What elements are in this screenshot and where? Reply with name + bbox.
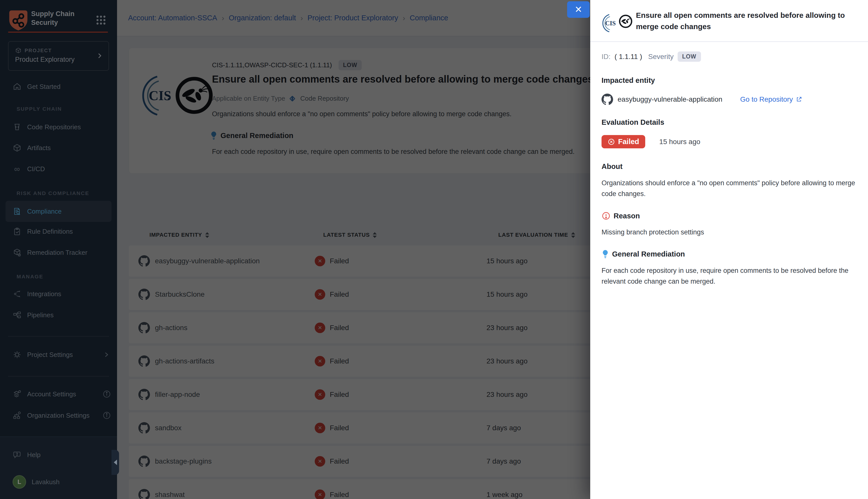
go-to-repository-label: Go to Repository bbox=[740, 95, 793, 104]
status-label: Failed bbox=[330, 357, 349, 365]
sidebar-item-artifacts[interactable]: Artifacts bbox=[13, 140, 111, 155]
layers-gear-icon bbox=[13, 390, 22, 399]
sidebar-item-label: Rule Definitions bbox=[27, 228, 73, 235]
sidebar-item-label: Pipelines bbox=[27, 311, 54, 319]
evaluation-time: 1 week ago bbox=[486, 491, 522, 499]
chevron-right-icon bbox=[102, 350, 111, 359]
project-name: Product Exploratory bbox=[15, 56, 75, 63]
applicable-label: Applicable on Entity Type bbox=[212, 95, 285, 102]
sidebar-item-rule-definitions[interactable]: Rule Definitions bbox=[13, 224, 111, 239]
sidebar-item-project-settings[interactable]: Project Settings bbox=[13, 347, 111, 362]
breadcrumb-separator: › bbox=[300, 14, 303, 22]
evaluation-details-heading: Evaluation Details bbox=[602, 118, 858, 126]
sidebar-item-account-settings[interactable]: Account Settings bbox=[13, 387, 111, 402]
close-button[interactable]: ✕ bbox=[567, 1, 590, 18]
column-impacted-entity[interactable]: IMPACTED ENTITY bbox=[149, 227, 209, 243]
rule-detail-drawer: ✕ CIS Ensure all open comm bbox=[590, 0, 868, 499]
sidebar-item-pipelines[interactable]: Pipelines bbox=[13, 307, 111, 322]
evaluation-time: 23 hours ago bbox=[486, 357, 528, 365]
sidebar-divider bbox=[8, 336, 109, 337]
project-selector[interactable]: PROJECT Product Exploratory bbox=[8, 41, 109, 71]
github-icon bbox=[138, 389, 150, 400]
rule-description: Organizations should enforce a "no open … bbox=[212, 110, 511, 118]
sidebar-item-cicd[interactable]: ∞ CI/CD bbox=[13, 161, 111, 177]
status-label: Failed bbox=[330, 391, 349, 399]
breadcrumb-account[interactable]: Account: Automation-SSCA bbox=[128, 14, 217, 22]
sort-icon bbox=[205, 232, 209, 238]
sidebar-item-label: Organization Settings bbox=[27, 412, 90, 419]
failed-status-icon: ✕ bbox=[315, 289, 325, 300]
project-cube-icon bbox=[15, 47, 22, 54]
app-root: Account: Automation-SSCA › Organization:… bbox=[0, 0, 868, 499]
document-search-icon bbox=[13, 207, 22, 216]
github-icon bbox=[602, 94, 613, 105]
entity-name: gh-actions-artifacts bbox=[155, 357, 215, 365]
sidebar-item-help[interactable]: Help bbox=[13, 447, 111, 462]
app-title: Supply Chain Security bbox=[31, 10, 89, 27]
cis-logo-icon: CIS bbox=[601, 12, 616, 30]
severity-label: Severity bbox=[648, 53, 674, 61]
lightbulb-icon bbox=[210, 131, 217, 140]
breadcrumb-compliance[interactable]: Compliance bbox=[410, 14, 448, 22]
column-label: IMPACTED ENTITY bbox=[149, 232, 202, 238]
entity-type-label: Code Repository bbox=[300, 95, 349, 102]
supply-chain-security-logo-icon bbox=[8, 10, 29, 31]
about-heading: About bbox=[602, 162, 858, 171]
sidebar-divider bbox=[8, 376, 109, 377]
sidebar-item-remediation-tracker[interactable]: Remediation Tracker bbox=[13, 245, 111, 260]
avatar: L bbox=[13, 475, 26, 489]
status-label: Failed bbox=[330, 324, 349, 332]
failed-status-badge: Failed bbox=[602, 135, 645, 148]
user-menu[interactable]: L Lavakush bbox=[13, 474, 111, 489]
sidebar-item-label: Remediation Tracker bbox=[27, 249, 87, 257]
sidebar-collapse-handle[interactable] bbox=[111, 450, 119, 475]
sidebar-item-code-repositories[interactable]: Code Repositories bbox=[13, 120, 111, 135]
svg-text:CIS: CIS bbox=[149, 88, 171, 103]
github-icon bbox=[138, 455, 150, 467]
sidebar-item-compliance[interactable]: Compliance bbox=[5, 201, 111, 222]
id-label: ID: bbox=[602, 53, 611, 61]
rule-standard-ids: CIS-1.1.11,OWASP-CICD-SEC-1 (1.1.11) bbox=[212, 61, 332, 69]
lightbulb-icon bbox=[602, 249, 609, 259]
breadcrumb-organization[interactable]: Organization: default bbox=[229, 14, 296, 22]
status-label: Failed bbox=[330, 424, 349, 432]
impacted-entity-name: easybuggy-vulnerable-application bbox=[618, 95, 736, 104]
sidebar-item-organization-settings[interactable]: Organization Settings bbox=[13, 408, 111, 423]
owasp-logo-icon bbox=[174, 75, 215, 116]
info-icon[interactable] bbox=[103, 411, 111, 420]
sidebar-item-get-started[interactable]: Get Started bbox=[13, 79, 111, 94]
column-last-evaluation-time[interactable]: LAST EVALUATION TIME bbox=[498, 227, 575, 243]
sort-icon bbox=[571, 232, 575, 238]
sidebar-item-label: Account Settings bbox=[27, 390, 76, 398]
entity-name: easybuggy-vulnerable-application bbox=[155, 257, 260, 265]
info-icon[interactable] bbox=[103, 390, 111, 398]
clipboard-check-icon bbox=[13, 227, 22, 236]
github-icon bbox=[138, 489, 150, 499]
column-latest-status[interactable]: LATEST STATUS bbox=[323, 227, 377, 243]
evaluation-time: 23 hours ago bbox=[486, 324, 528, 332]
column-label: LAST EVALUATION TIME bbox=[498, 232, 568, 238]
org-gear-icon bbox=[13, 411, 22, 420]
status-label: Failed bbox=[330, 290, 349, 299]
failed-status-icon: ✕ bbox=[315, 423, 325, 433]
help-chat-icon bbox=[13, 450, 22, 459]
collapse-arrow-icon bbox=[114, 460, 117, 465]
gear-icon bbox=[13, 350, 22, 359]
go-to-repository-link[interactable]: Go to Repository bbox=[740, 95, 803, 104]
sidebar-item-label: Project Settings bbox=[27, 351, 73, 359]
evaluation-time: 15 hours ago bbox=[486, 290, 528, 299]
breadcrumb-project[interactable]: Project: Product Exploratory bbox=[308, 14, 398, 22]
sidebar-item-integrations[interactable]: Integrations bbox=[13, 287, 111, 302]
module-grid-icon[interactable] bbox=[95, 14, 107, 26]
sidebar-item-label: Code Repositories bbox=[27, 123, 81, 131]
severity-badge: LOW bbox=[678, 51, 701, 62]
sort-icon bbox=[373, 232, 377, 238]
about-text: Organizations should enforce a "no open … bbox=[602, 178, 855, 199]
failed-status-icon: ✕ bbox=[315, 489, 325, 499]
github-icon bbox=[138, 255, 150, 267]
failed-status-icon: ✕ bbox=[315, 389, 325, 400]
drawer-title: Ensure all open comments are resolved be… bbox=[636, 10, 862, 32]
github-icon bbox=[138, 322, 150, 333]
id-value: ( 1.1.11 ) bbox=[615, 53, 642, 61]
artifact-cube-icon bbox=[13, 143, 22, 153]
